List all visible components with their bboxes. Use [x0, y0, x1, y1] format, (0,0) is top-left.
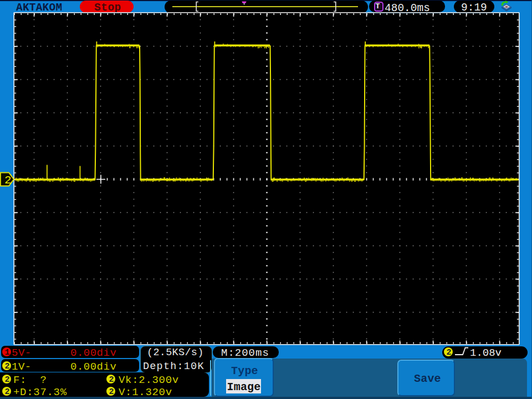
svg-text:2: 2: [4, 174, 12, 187]
